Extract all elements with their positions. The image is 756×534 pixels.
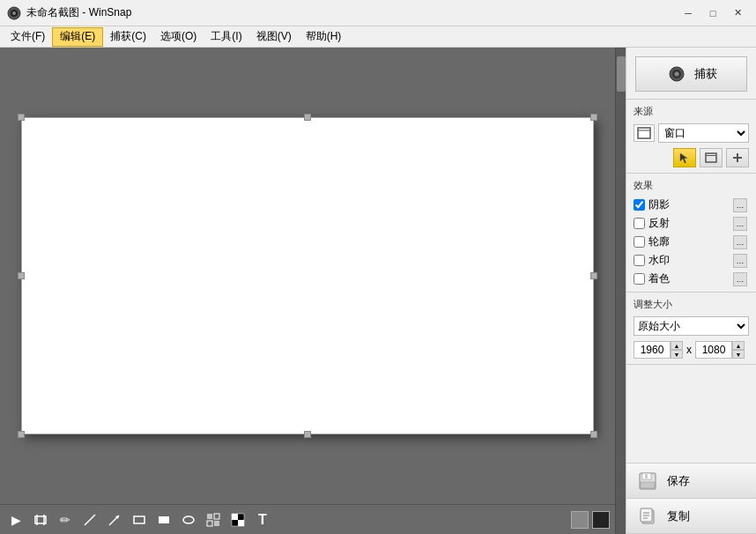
reflection-edit-btn[interactable]: … [733,217,747,231]
canvas-scrollbar[interactable] [615,48,626,534]
svg-point-8 [183,516,194,523]
pencil-tool-btn[interactable]: ✏ [55,509,76,530]
size-x-label: x [686,344,692,356]
window-controls: ─ □ ✕ [677,4,749,22]
window-title: 未命名截图 - WinSnap [26,5,131,20]
svg-rect-24 [706,153,716,162]
resize-handle-bm[interactable] [304,431,311,438]
shadow-edit-btn[interactable]: … [733,198,747,212]
source-add-btn[interactable] [726,148,749,167]
height-down-btn[interactable]: ▼ [732,350,745,359]
crop-tool-btn[interactable] [30,509,51,530]
height-input[interactable] [695,341,732,359]
bottom-toolbar: ▶ ✏ [0,504,615,534]
resize-handle-br[interactable] [590,431,597,438]
chess-pattern-btn[interactable] [227,509,248,530]
resize-mode-select[interactable]: 原始大小 自定义 25% 50% 75% [634,316,749,336]
resize-handle-bl[interactable] [18,431,25,438]
menu-view[interactable]: 视图(V) [249,27,299,47]
reflection-label: 反射 [649,216,670,231]
close-button[interactable]: ✕ [726,4,749,22]
resize-title: 调整大小 [634,298,749,311]
shadow-checkbox[interactable] [634,199,645,211]
window-icon [634,124,655,142]
svg-rect-7 [159,516,169,523]
save-label: 保存 [667,473,690,489]
minimize-button[interactable]: ─ [677,4,700,22]
copy-icon [637,506,658,527]
effects-title: 效果 [634,179,749,192]
tint-checkbox[interactable] [634,273,645,285]
svg-rect-6 [134,516,145,523]
watermark-edit-btn[interactable]: … [733,254,747,268]
resize-handle-ml[interactable] [18,272,25,279]
panel-spacer [626,365,756,463]
svg-point-2 [12,11,16,15]
menu-bar: 文件(F) 编辑(E) 捕获(C) 选项(O) 工具(I) 视图(V) 帮助(H… [0,26,756,48]
resize-handle-mr[interactable] [590,272,597,279]
save-button[interactable]: 保存 [626,464,756,499]
resize-handle-tl[interactable] [18,114,25,121]
source-cursor-btn[interactable] [673,148,696,167]
filled-rect-btn[interactable] [153,509,174,530]
scroll-thumb[interactable] [617,56,626,92]
maximize-button[interactable]: □ [701,4,724,22]
width-up-btn[interactable]: ▲ [671,341,683,350]
outline-row: 轮廓 [634,234,733,249]
menu-edit[interactable]: 编辑(E) [52,27,103,47]
menu-help[interactable]: 帮助(H) [299,27,349,47]
app-icon [7,6,21,20]
effects-grid: 阴影 … 反射 … 轮廓 … 水印 … [634,197,749,286]
ellipse-tool-btn[interactable] [178,509,199,530]
rect-tool-btn[interactable] [129,509,150,530]
copy-button[interactable]: 复制 [626,499,756,534]
source-row: 窗口 全屏 矩形 自由形状 [634,123,749,143]
menu-options[interactable]: 选项(O) [153,27,204,47]
capture-label: 捕获 [694,66,717,82]
background-color-swatch[interactable] [592,511,610,529]
resize-handle-tm[interactable] [304,114,311,121]
watermark-checkbox[interactable] [634,255,645,266]
canvas-area: ▶ ✏ [0,48,615,534]
reflection-checkbox[interactable] [634,218,645,229]
height-spinner: ▲ ▼ [732,341,745,359]
capture-btn-area: 捕获 [626,48,756,100]
tint-row: 着色 [634,271,733,286]
height-input-wrap: ▲ ▼ [695,341,745,359]
svg-rect-11 [207,521,212,526]
height-up-btn[interactable]: ▲ [732,341,745,350]
title-bar: 未命名截图 - WinSnap ─ □ ✕ [0,0,756,26]
svg-line-3 [85,515,95,525]
arrow-tool-btn[interactable]: ▶ [5,509,26,530]
text-tool-btn[interactable]: T [252,509,273,530]
svg-point-20 [674,72,678,77]
outline-edit-btn[interactable]: … [733,235,747,249]
svg-rect-9 [207,514,212,519]
width-input[interactable] [634,341,671,359]
size-row: ▲ ▼ x ▲ ▼ [634,341,749,359]
outline-checkbox[interactable] [634,236,645,248]
source-title: 来源 [634,105,749,118]
menu-capture[interactable]: 捕获(C) [103,27,153,47]
width-spinner: ▲ ▼ [671,341,683,359]
arrow-draw-btn[interactable] [104,509,125,530]
menu-tools[interactable]: 工具(I) [204,27,248,47]
source-select[interactable]: 窗口 全屏 矩形 自由形状 [658,123,749,143]
capture-button[interactable]: 捕获 [635,56,747,92]
line-tool-btn[interactable] [79,509,100,530]
main-layout: ▶ ✏ [0,48,756,534]
capture-icon [666,63,687,85]
source-window-btn[interactable] [700,148,723,167]
width-down-btn[interactable]: ▼ [671,350,683,359]
foreground-color-swatch[interactable] [571,511,589,529]
resize-handle-tr[interactable] [590,114,597,121]
pattern-tool-btn[interactable] [203,509,224,530]
menu-file[interactable]: 文件(F) [4,27,52,47]
tint-label: 着色 [649,271,670,286]
tint-edit-btn[interactable]: … [733,272,747,286]
source-section: 来源 窗口 全屏 矩形 自由形状 [626,100,756,174]
svg-rect-13 [232,514,238,520]
svg-rect-21 [638,128,650,138]
svg-rect-30 [645,474,648,478]
svg-rect-15 [232,520,238,526]
